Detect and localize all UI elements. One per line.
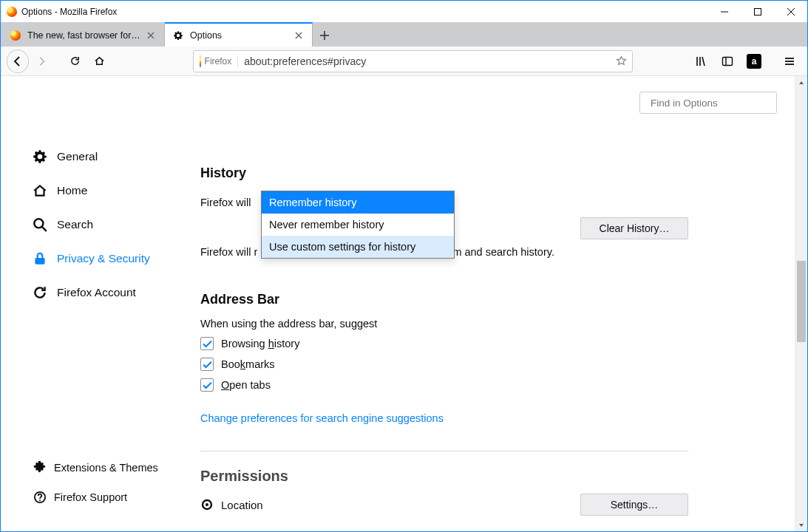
history-label: Firefox will	[200, 197, 251, 208]
sync-icon	[32, 284, 48, 301]
help-icon	[33, 491, 47, 504]
checkbox-open-tabs[interactable]: Open tabs	[200, 378, 688, 392]
checkbox-label: Bookmarks	[221, 358, 275, 370]
checkbox-icon	[200, 358, 214, 371]
scroll-up-arrow-icon[interactable]	[795, 76, 807, 89]
addressbar-subtext: When using the address bar, suggest	[200, 318, 688, 330]
svg-point-24	[39, 499, 41, 501]
section-divider	[200, 451, 688, 451]
location-settings-button[interactable]: Settings…	[580, 494, 688, 516]
puzzle-icon	[33, 461, 47, 474]
checkbox-browsing-history[interactable]: Browsing history	[200, 337, 688, 350]
window-close-button[interactable]	[774, 1, 807, 22]
window-maximize-button[interactable]	[741, 1, 774, 22]
firefox-logo-icon	[10, 30, 21, 41]
tab-close-button[interactable]	[145, 30, 157, 41]
footer-support[interactable]: Firefox Support	[33, 482, 181, 512]
svg-line-12	[702, 57, 705, 66]
find-in-options[interactable]	[639, 92, 777, 114]
search-suggestions-link[interactable]: Change preferences for search engine sug…	[200, 412, 444, 424]
svg-line-21	[42, 227, 47, 231]
location-icon	[200, 498, 214, 511]
window-minimize-button[interactable]	[707, 1, 741, 22]
sidebar-toggle-button[interactable]	[716, 50, 739, 73]
checkbox-label: Open tabs	[221, 379, 271, 391]
category-label: General	[57, 150, 98, 163]
permissions-heading: Permissions	[200, 468, 688, 485]
tab-strip: The new, fast browser for Mac, Options	[1, 22, 807, 47]
svg-rect-1	[754, 8, 761, 15]
category-label: Home	[57, 184, 87, 197]
tab-title: Options	[190, 30, 288, 41]
options-footer-links: Extensions & Themes Firefox Support	[33, 453, 181, 512]
scroll-down-arrow-icon[interactable]	[795, 519, 807, 531]
history-desc-left: Firefox will r	[200, 246, 257, 258]
checkbox-icon	[200, 337, 214, 350]
tab-item-active[interactable]: Options	[165, 22, 313, 47]
category-home[interactable]: Home	[32, 174, 178, 208]
clear-history-button[interactable]: Clear History…	[580, 217, 688, 239]
window-title: Options - Mozilla Firefox	[21, 7, 117, 17]
category-privacy[interactable]: Privacy & Security	[32, 242, 178, 276]
nav-back-button[interactable]	[7, 50, 29, 73]
footer-link-label: Extensions & Themes	[54, 462, 158, 474]
footer-extensions[interactable]: Extensions & Themes	[33, 453, 181, 482]
nav-reload-button[interactable]	[64, 50, 86, 73]
nav-forward-button[interactable]	[30, 50, 52, 73]
url-bar[interactable]: Firefox	[193, 50, 633, 72]
url-input[interactable]	[238, 51, 610, 72]
gear-icon	[32, 149, 48, 165]
dropdown-option[interactable]: Use custom settings for history	[262, 236, 454, 258]
category-general[interactable]: General	[32, 140, 178, 174]
vertical-scrollbar[interactable]	[795, 76, 807, 531]
svg-rect-13	[723, 57, 733, 65]
identity-label: Firefox	[205, 56, 232, 66]
library-button[interactable]	[689, 50, 713, 73]
footer-link-label: Firefox Support	[54, 491, 127, 503]
category-label: Firefox Account	[57, 286, 136, 299]
home-icon	[32, 183, 48, 199]
checkbox-icon	[200, 378, 214, 392]
dropdown-option[interactable]: Never remember history	[262, 214, 454, 236]
category-account[interactable]: Firefox Account	[32, 276, 178, 310]
options-content: General Home Search	[1, 76, 795, 531]
app-menu-button[interactable]	[778, 50, 801, 73]
tab-close-button[interactable]	[293, 30, 305, 41]
search-icon	[32, 216, 48, 233]
find-in-options-input[interactable]	[651, 98, 775, 109]
history-heading: History	[200, 166, 688, 181]
nav-toolbar: Firefox a	[1, 47, 807, 76]
options-categories: General Home Search	[32, 140, 178, 310]
bookmark-star-icon[interactable]	[610, 55, 632, 66]
category-label: Privacy & Security	[57, 252, 150, 265]
checkbox-bookmarks[interactable]: Bookmarks	[200, 358, 688, 371]
history-mode-dropdown: Remember history Never remember history …	[261, 191, 455, 259]
history-desc-right: m and search history.	[452, 246, 554, 258]
dropdown-option[interactable]: Remember history	[262, 191, 454, 214]
new-tab-button[interactable]	[313, 24, 336, 47]
tab-title: The new, fast browser for Mac,	[27, 30, 140, 41]
permission-label: Location	[221, 499, 263, 511]
category-search[interactable]: Search	[32, 208, 178, 242]
amazon-icon: a	[747, 54, 761, 69]
permission-row-location: Location Settings…	[200, 494, 688, 516]
category-label: Search	[57, 218, 93, 231]
scrollbar-thumb[interactable]	[797, 261, 806, 342]
firefox-window: Options - Mozilla Firefox The new, fast …	[0, 0, 808, 532]
gear-icon	[172, 30, 184, 41]
firefox-logo-icon	[200, 55, 200, 67]
identity-box[interactable]: Firefox	[194, 55, 238, 67]
amazon-shortcut-button[interactable]: a	[742, 50, 766, 73]
svg-point-26	[206, 503, 208, 506]
firefox-logo-icon	[7, 7, 17, 17]
svg-point-20	[34, 219, 43, 228]
tab-item[interactable]: The new, fast browser for Mac,	[2, 24, 165, 47]
nav-home-button[interactable]	[88, 50, 110, 73]
lock-icon	[32, 250, 48, 267]
window-titlebar: Options - Mozilla Firefox	[1, 1, 807, 22]
addressbar-heading: Address Bar	[200, 292, 688, 307]
svg-rect-22	[35, 258, 44, 265]
main-pane: History Firefox will Remember history ▾ …	[200, 166, 688, 516]
checkbox-label: Browsing history	[221, 338, 299, 349]
